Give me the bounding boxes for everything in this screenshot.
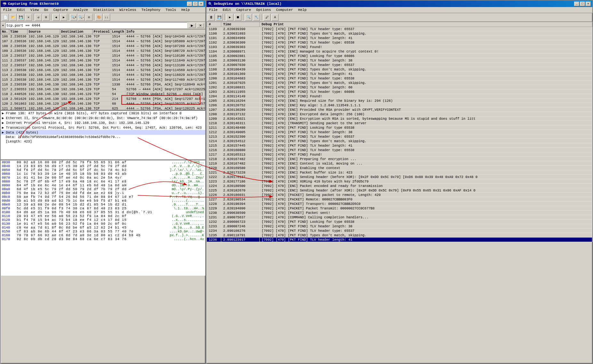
dv-stop-button[interactable]: ⏹ bbox=[234, 14, 241, 21]
dv-table-row[interactable]: 12032.820111955[7092] [470] [PKT FIND] T… bbox=[207, 90, 592, 94]
col-protocol[interactable]: Protocol bbox=[93, 29, 111, 34]
menu-item-tools[interactable]: Tools bbox=[164, 8, 177, 12]
dv-filter-button[interactable]: 🔧 bbox=[253, 14, 260, 21]
zoom-in-button[interactable]: 🔍+ bbox=[70, 14, 77, 21]
table-row[interactable]: 1112.236537192.168.146.129192.168.146.13… bbox=[1, 58, 206, 63]
table-row[interactable]: 1212.569071192.168.146.129192.168.146.13… bbox=[1, 106, 206, 111]
forward-button[interactable]: ▶ bbox=[60, 14, 67, 21]
filter-input[interactable] bbox=[5, 22, 187, 28]
close-button[interactable]: ✕ bbox=[199, 2, 204, 6]
dv-table-row[interactable]: 12202.820169580[7092] [470] [ENC] Enabli… bbox=[207, 166, 592, 170]
dv-table-row[interactable]: 12242.820180500[7092] [470] [ENC] Packet… bbox=[207, 184, 592, 188]
dv-table-row[interactable]: 12162.820160880[7092] [470] [PKT FIND] T… bbox=[207, 148, 592, 152]
dv-menu-item-file[interactable]: File bbox=[208, 8, 219, 12]
dv-table-row[interactable]: 12212.820173228[7092] [470] [ENC] Packet… bbox=[207, 170, 592, 175]
table-row[interactable]: 1202.561863192.168.146.129192.168.146.13… bbox=[1, 101, 206, 106]
detail-line[interactable]: ▶ Ethernet II, Src: Vmware_8c:0d:0c (00:… bbox=[1, 116, 205, 120]
dv-table-row[interactable]: 12182.820167482[7092] [470] [ENC] Prepar… bbox=[207, 157, 592, 161]
menu-item-capture[interactable]: Capture bbox=[52, 8, 69, 12]
menu-item-telephony[interactable]: Telephony bbox=[140, 8, 162, 12]
menu-item-statistics[interactable]: Statistics bbox=[92, 8, 116, 12]
dv-table-row[interactable]: 12132.820152390[7092] [470] [PKT FIND] T… bbox=[207, 134, 592, 139]
close-capture-button[interactable]: ✕ bbox=[25, 14, 32, 21]
menu-item-help[interactable]: Help bbox=[180, 8, 191, 12]
reload-button[interactable]: ↺ bbox=[35, 14, 42, 21]
dv-table-row[interactable]: 11922.820036309[7092] [470] [PKT FIND] T… bbox=[207, 40, 592, 45]
col-time[interactable]: Time bbox=[9, 29, 27, 34]
minimize-button[interactable]: _ bbox=[187, 2, 192, 6]
dv-table-row[interactable]: 12292.820194090[7092] [470] [PACKET] Pac… bbox=[207, 206, 592, 211]
table-row[interactable]: 1092.236536192.168.146.129192.168.146.13… bbox=[1, 49, 206, 53]
dv-capture-button[interactable]: ▶ bbox=[226, 14, 233, 21]
normal-size-button[interactable]: ⊙ bbox=[85, 14, 93, 21]
dv-search-button[interactable]: 🔍 bbox=[245, 14, 252, 21]
table-row[interactable]: 1072.236536192.168.146.129192.168.146.13… bbox=[1, 39, 206, 44]
dv-table-row[interactable]: 12342.890108276[7092] [470] [PKT FIND] T… bbox=[207, 229, 592, 233]
dv-table-row[interactable]: 11992.820101369[7092] [470] [PKT FIND] T… bbox=[207, 72, 592, 76]
dv-table-row[interactable]: 12012.820107925[7092] [470] [PKT FIND] T… bbox=[207, 81, 592, 85]
detail-line[interactable]: Data: 2fdd5c79f955653186af1423838556d9c7… bbox=[1, 135, 205, 139]
filter-apply-button[interactable]: ▶ bbox=[189, 23, 196, 28]
dv-minimize-button[interactable]: _ bbox=[574, 2, 579, 6]
dv-table-row[interactable]: 12142.820154512[7092] [470] [PKT FIND] T… bbox=[207, 139, 592, 143]
back-button[interactable]: ◀ bbox=[53, 14, 60, 21]
menu-item-view[interactable]: View bbox=[29, 8, 40, 12]
new-capture-button[interactable]: 📄 bbox=[2, 14, 9, 21]
dv-menu-item-capture[interactable]: Capture bbox=[235, 8, 252, 12]
table-row[interactable]: 1102.236537192.168.146.129192.168.146.13… bbox=[1, 53, 206, 58]
save-button[interactable]: 💾 bbox=[17, 14, 24, 21]
dv-menu-item-computer[interactable]: Computer bbox=[275, 8, 294, 12]
dv-table-row[interactable]: 12312.890075637[7092] [470] [COMMAND] Ca… bbox=[207, 215, 592, 220]
dv-table-row[interactable]: 12092.820143021[7092] [470] [ENC] Encryp… bbox=[207, 117, 592, 121]
menu-item-go[interactable]: Go bbox=[43, 8, 49, 12]
dv-table-row[interactable]: 11972.820097030[7092] [470] [PKT FIND] T… bbox=[207, 63, 592, 67]
dv-table-row[interactable]: 11892.820039390[7092] [470] [PKT FIND] T… bbox=[207, 27, 592, 31]
dv-table-row[interactable]: 12072.820130289[7092] [470] [ENC] Provid… bbox=[207, 108, 592, 112]
dv-table-row[interactable]: 12122.820149005[7092] [470] [PKT FIND] T… bbox=[207, 130, 592, 134]
dv-table-row[interactable]: 12272.820190534[7092] [470] [PACKET] Rem… bbox=[207, 197, 592, 202]
dv-col-debug[interactable]: Debug Print bbox=[260, 22, 592, 27]
dv-table-row[interactable]: 11982.820100439[7092] [470] [PKT FIND] T… bbox=[207, 67, 592, 72]
dv-font-button[interactable]: A bbox=[272, 14, 279, 21]
dv-col-time[interactable]: Time bbox=[221, 22, 260, 27]
dv-table-row[interactable]: 12112.820148480[7092] [470] [PKT FIND] L… bbox=[207, 125, 592, 130]
menu-item-analyze[interactable]: Analyze bbox=[72, 8, 89, 12]
dv-table-row[interactable]: 11902.820031893[7092] [470] [PKT FIND] T… bbox=[207, 31, 592, 36]
dv-clear-button[interactable]: 🗑 bbox=[208, 14, 215, 21]
dv-col-num[interactable]: # bbox=[207, 22, 221, 27]
maximize-button[interactable]: □ bbox=[193, 2, 198, 6]
dv-table-row[interactable]: 12222.820176137[7092] [470] [ENC] Sendin… bbox=[207, 175, 592, 179]
dv-table-row[interactable]: 12252.820182670[7092] [470] [ENC] Sendin… bbox=[207, 188, 592, 193]
dv-table-row[interactable]: 12052.820116294[7092] [470] [ENC] Requir… bbox=[207, 99, 592, 103]
col-destination[interactable]: Destination bbox=[60, 29, 93, 34]
capture-opts-button[interactable]: ⚙ bbox=[43, 14, 50, 21]
detail-line[interactable]: ▶ Data (423 bytes) bbox=[1, 130, 205, 135]
dv-table-row[interactable]: 12282.820190394[7092] [470] [PACKET] Tra… bbox=[207, 202, 592, 206]
packet-list-pane[interactable]: No. Time Source Destination Protocol Len… bbox=[1, 29, 205, 111]
table-row[interactable]: 1082.236536192.168.146.129192.168.146.13… bbox=[1, 44, 206, 49]
dv-table-row[interactable]: 12322.890086723[7092] [470] [PKT FIND] L… bbox=[207, 220, 592, 224]
table-row[interactable]: 1142.236538192.168.146.129192.168.146.13… bbox=[1, 73, 206, 77]
col-source[interactable]: Source bbox=[28, 29, 60, 34]
table-row[interactable]: 1132.236538192.168.146.129192.168.146.13… bbox=[1, 68, 206, 73]
dv-table-row[interactable]: 12332.890087246[7092] [470] [PKT FIND] T… bbox=[207, 224, 592, 229]
dv-table-row[interactable]: 12102.820146311[7092] [470] [TRANSMIT] S… bbox=[207, 121, 592, 125]
open-button[interactable]: 📂 bbox=[10, 14, 17, 21]
dv-close-button[interactable]: ✕ bbox=[586, 2, 591, 6]
dv-highlight-button[interactable]: 🖊 bbox=[264, 14, 271, 21]
dv-table-row[interactable]: 12302.890638590[7092] [470] [PACKET] Pac… bbox=[207, 211, 592, 215]
table-row[interactable]: 1062.236536192.168.146.129192.168.146.13… bbox=[1, 34, 206, 39]
col-no[interactable]: No. bbox=[1, 29, 9, 34]
table-row[interactable]: 1182.448526192.168.146.130192.168.146.12… bbox=[1, 92, 206, 97]
dv-table-row[interactable]: 12022.820108831[7092] [470] [PKT FIND] T… bbox=[207, 85, 592, 90]
dv-table-row[interactable]: 12062.820120752[7092] [470] [ENC] Key al… bbox=[207, 103, 592, 108]
dv-table-row[interactable]: 12192.820167482[7092] [470] [ENC] Contex… bbox=[207, 161, 592, 166]
detail-line[interactable]: ▶ Transmission Control Protocol, Src Por… bbox=[1, 125, 205, 130]
col-length[interactable]: Length bbox=[111, 29, 125, 34]
hex-pane[interactable]: 0030 08 02 a8 16 00 00 2f dd 5c 79 f9 55… bbox=[1, 160, 205, 276]
dv-table-row[interactable]: 12262.820186031[7092] [470] [PACKET] Sen… bbox=[207, 193, 592, 197]
dv-save-button[interactable]: 💾 bbox=[216, 14, 223, 21]
detail-line[interactable]: ▶ Internet Protocol Version 4, Src: 192.… bbox=[1, 120, 205, 125]
zoom-out-button[interactable]: 🔍- bbox=[78, 14, 85, 21]
dv-maximize-button[interactable]: □ bbox=[580, 2, 585, 6]
